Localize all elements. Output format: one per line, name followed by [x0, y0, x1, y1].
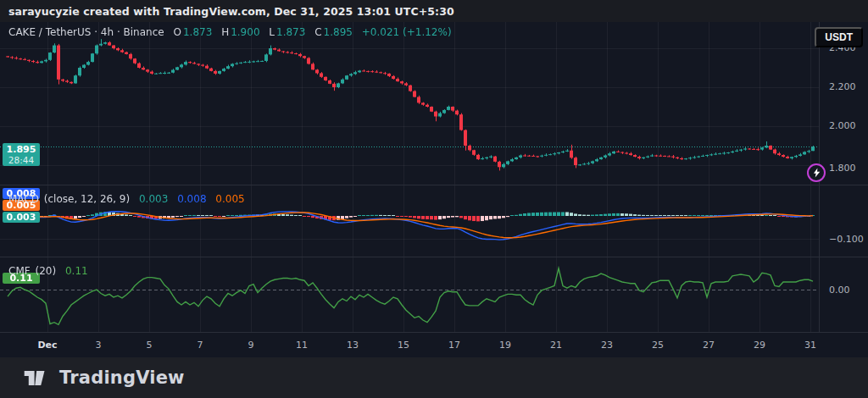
macd-params: (close, 12, 26, 9): [44, 193, 130, 205]
branding-bar: TradingView: [0, 357, 868, 398]
macd-hist-badge: 0.003: [3, 212, 40, 223]
time-axis-label: 5: [147, 333, 153, 357]
bar-countdown: 28:44: [3, 155, 40, 166]
change-value: +0.021 (+1.12%): [362, 26, 452, 38]
price-scale[interactable]: 2.400 2.200 2.000 1.800 −0.100 0.00: [819, 22, 868, 332]
low-label: L: [269, 26, 275, 38]
time-axis-label: 21: [550, 333, 562, 357]
pane-separator[interactable]: [0, 185, 868, 185]
macd-legend: MACD (close, 12, 26, 9) 0.003 0.008 0.00…: [8, 193, 245, 205]
time-axis-label: 27: [703, 333, 715, 357]
macd-signal-value: 0.005: [215, 193, 244, 205]
attribution-text: sarayucyzie created with TradingView.com…: [8, 5, 454, 18]
close-value: 1.895: [324, 26, 353, 38]
attribution-bar: sarayucyzie created with TradingView.com…: [0, 0, 868, 22]
last-price-badge: 1.895 28:44: [3, 143, 40, 166]
chart-canvas[interactable]: [0, 22, 819, 332]
low-value: 1.873: [276, 26, 305, 38]
time-axis-label: 25: [652, 333, 664, 357]
time-axis-label: 31: [804, 333, 816, 357]
macd-line-value: 0.008: [177, 193, 206, 205]
price-tick-label: 2.200: [829, 81, 856, 93]
price-tick-label: 1.800: [829, 163, 856, 174]
time-axis-label: 29: [754, 333, 765, 357]
chart-area[interactable]: CAKE / TetherUS · 4h · Binance O1.873 H1…: [0, 22, 868, 332]
high-label: H: [221, 26, 229, 38]
cmf-legend: CMF (20) 0.11: [8, 265, 88, 277]
close-label: C: [314, 26, 321, 38]
cmf-title[interactable]: CMF: [8, 265, 31, 277]
time-axis-label: 17: [448, 333, 460, 357]
time-axis-label: 3: [96, 333, 102, 357]
time-axis-label: 11: [296, 333, 308, 357]
time-axis-label: 13: [347, 333, 359, 357]
currency-toggle-button[interactable]: USDT: [815, 27, 863, 47]
lightning-bolt-icon: [813, 168, 821, 178]
cmf-params: (20): [35, 265, 56, 277]
time-axis-label: 23: [601, 333, 613, 357]
tradingview-wordmark[interactable]: TradingView: [59, 368, 185, 388]
time-axis-label: Dec: [37, 333, 57, 357]
tradingview-logo-icon: [23, 368, 52, 389]
time-axis-label: 7: [198, 333, 203, 357]
symbol-title[interactable]: CAKE / TetherUS · 4h · Binance: [8, 26, 164, 38]
open-label: O: [173, 26, 181, 38]
macd-title[interactable]: MACD: [8, 193, 39, 205]
cmf-value: 0.11: [65, 265, 88, 277]
open-value: 1.873: [183, 26, 212, 38]
time-axis-label: 9: [248, 333, 254, 357]
price-tick-label: 2.000: [829, 120, 856, 132]
macd-hist-value: 0.003: [139, 193, 168, 205]
time-axis-label: 19: [499, 333, 511, 357]
macd-tick-label: −0.100: [829, 234, 864, 246]
time-axis-label: 15: [398, 333, 409, 357]
symbol-legend: CAKE / TetherUS · 4h · Binance O1.873 H1…: [8, 26, 452, 38]
cmf-tick-label: 0.00: [829, 285, 850, 296]
last-price-value: 1.895: [3, 144, 40, 155]
pane-separator[interactable]: [0, 257, 868, 257]
instant-trading-icon[interactable]: [807, 163, 826, 182]
high-value: 1.900: [231, 26, 259, 38]
time-axis[interactable]: Dec35791113151719212325272931: [0, 332, 868, 357]
